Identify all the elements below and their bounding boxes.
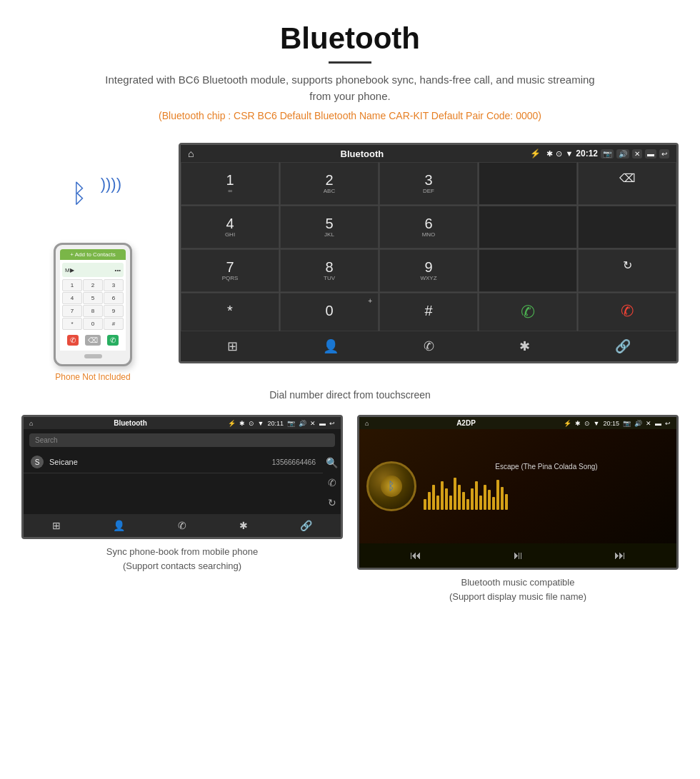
pb-home-icon[interactable]: ⌂ xyxy=(29,420,33,427)
music-full-icon[interactable]: ▬ xyxy=(655,420,661,427)
description-text: Integrated with BC6 Bluetooth module, su… xyxy=(100,72,600,104)
dial-key-hash[interactable]: # xyxy=(379,293,478,331)
music-back-icon[interactable]: ↩ xyxy=(665,420,671,427)
music-screen-item: ⌂ A2DP ⚡ ✱ ⊙ ▼ 20:15 📷 🔊 ✕ ▬ ↩ ᛒ xyxy=(357,415,679,603)
music-next-button[interactable]: ⏭ xyxy=(614,549,626,562)
hu-usb-icon: ⚡ xyxy=(530,149,541,159)
phone-home-button[interactable] xyxy=(84,354,102,358)
music-sig-icon: ▼ xyxy=(594,420,600,427)
music-bar-17 xyxy=(492,497,495,510)
pb-x-icon[interactable]: ✕ xyxy=(310,420,316,427)
pb-back-icon[interactable]: ↩ xyxy=(329,420,335,427)
dial-key-5[interactable]: 5JKL xyxy=(280,206,379,248)
music-vol-icon[interactable]: 🔊 xyxy=(634,420,642,427)
music-prev-button[interactable]: ⏮ xyxy=(410,549,421,562)
music-play-pause-button[interactable]: ⏯ xyxy=(512,549,524,562)
dial-call-green-button[interactable]: ✆ xyxy=(479,293,577,331)
phone-key-9[interactable]: 9 xyxy=(104,305,124,317)
dial-key-empty-4 xyxy=(479,249,577,292)
phone-key-2[interactable]: 2 xyxy=(83,279,103,291)
hu-nav-calls-icon[interactable]: ✆ xyxy=(424,338,434,354)
pb-nav-link-icon[interactable]: 🔗 xyxy=(300,520,312,531)
pb-nav-dialpad-icon[interactable]: ⊞ xyxy=(52,520,61,531)
phone-key-6[interactable]: 6 xyxy=(104,292,124,304)
pb-contact-number: 13566664466 xyxy=(272,458,316,466)
music-bar-7 xyxy=(449,496,452,510)
pb-contact-row[interactable]: S Seicane 13566664466 xyxy=(24,451,323,473)
phone-key-3[interactable]: 3 xyxy=(104,279,124,291)
hu-close-icon[interactable]: ✕ xyxy=(632,149,642,159)
dial-key-7[interactable]: 7PQRS xyxy=(181,249,279,292)
music-mini-screen: ⌂ A2DP ⚡ ✱ ⊙ ▼ 20:15 📷 🔊 ✕ ▬ ↩ ᛒ xyxy=(357,415,679,570)
hu-volume-icon[interactable]: 🔊 xyxy=(616,149,629,159)
hu-nav-bluetooth-icon[interactable]: ✱ xyxy=(519,338,530,354)
pb-search-bar[interactable]: Search xyxy=(29,433,335,447)
dial-key-3[interactable]: 3DEF xyxy=(379,162,478,205)
dial-key-6[interactable]: 6MNO xyxy=(379,206,478,248)
phone-key-5[interactable]: 5 xyxy=(83,292,103,304)
hu-fullscreen-icon[interactable]: ▬ xyxy=(645,149,656,159)
dial-end-red-button[interactable]: ✆ xyxy=(578,293,676,331)
hu-nav-contacts-icon[interactable]: 👤 xyxy=(323,338,339,354)
hu-nav-link-icon[interactable]: 🔗 xyxy=(615,338,631,354)
bottom-screens-area: ⌂ Bluetooth ⚡ ✱ ⊙ ▼ 20:11 📷 🔊 ✕ ▬ ↩ Sear… xyxy=(0,415,700,618)
hu-home-icon[interactable]: ⌂ xyxy=(188,148,194,159)
pb-nav-bt-icon[interactable]: ✱ xyxy=(239,520,248,531)
music-time: 20:15 xyxy=(603,420,619,427)
music-bar-2 xyxy=(428,492,431,510)
music-screen-title: A2DP xyxy=(372,419,559,427)
music-bt-symbol-icon: ᛒ xyxy=(388,480,395,493)
music-bar-11 xyxy=(466,499,469,510)
phone-bottom-bar: ✆ ⌫ ✆ xyxy=(62,333,124,348)
dial-key-star[interactable]: * xyxy=(181,293,279,331)
pb-cam-icon[interactable]: 📷 xyxy=(287,420,295,427)
dial-backspace-button[interactable]: ⌫ xyxy=(578,162,676,205)
hu-nav-dialpad-icon[interactable]: ⊞ xyxy=(227,338,238,354)
dialpad-grid: 1∞ 2ABC 3DEF ⌫ 4GHI 5JKL 6MNO 7PQRS 8TUV… xyxy=(181,162,676,331)
phone-call-button[interactable]: ✆ xyxy=(107,335,119,346)
music-caption-sub: (Support display music file name) xyxy=(449,591,586,602)
dial-key-1[interactable]: 1∞ xyxy=(181,162,279,205)
music-main-area: ᛒ Escape (The Pina Colada Song) xyxy=(359,429,676,543)
music-bar-9 xyxy=(458,485,461,510)
dial-key-4[interactable]: 4GHI xyxy=(181,206,279,248)
dial-refresh-button[interactable]: ↻ xyxy=(578,249,676,292)
hu-camera-icon[interactable]: 📷 xyxy=(601,149,614,159)
phone-key-4[interactable]: 4 xyxy=(62,292,82,304)
dial-key-0[interactable]: 0+ xyxy=(280,293,379,331)
hu-back-icon[interactable]: ↩ xyxy=(659,149,669,159)
music-bar-10 xyxy=(462,492,465,510)
phone-key-8[interactable]: 8 xyxy=(83,305,103,317)
pb-search-icon[interactable]: 🔍 xyxy=(326,457,338,468)
phone-not-included-label: Phone Not Included xyxy=(55,372,130,382)
pb-vol-icon[interactable]: 🔊 xyxy=(299,420,306,427)
pb-nav-contacts-icon[interactable]: 👤 xyxy=(113,520,125,531)
pb-search-placeholder: Search xyxy=(35,436,58,444)
music-bar-18 xyxy=(496,480,499,510)
phone-key-hash[interactable]: # xyxy=(104,318,124,330)
phone-key-star[interactable]: * xyxy=(62,318,82,330)
hu-right-icons: ✱ ⊙ ▼ 20:12 📷 🔊 ✕ ▬ ↩ xyxy=(546,149,669,159)
music-home-icon[interactable]: ⌂ xyxy=(365,420,369,427)
pb-screen-title: Bluetooth xyxy=(36,419,224,427)
phone-key-7[interactable]: 7 xyxy=(62,305,82,317)
phone-end-button[interactable]: ✆ xyxy=(67,335,79,346)
dial-key-2[interactable]: 2ABC xyxy=(280,162,379,205)
music-bar-19 xyxy=(501,487,504,510)
hu-time: 20:12 xyxy=(576,149,598,159)
music-controls: ⏮ ⏯ ⏭ xyxy=(359,543,676,568)
music-x-icon[interactable]: ✕ xyxy=(646,420,651,427)
pb-nav-calls-icon[interactable]: ✆ xyxy=(178,520,186,531)
music-bar-1 xyxy=(424,499,426,510)
pb-call-icon[interactable]: ✆ xyxy=(328,477,336,488)
dial-key-9[interactable]: 9WXYZ xyxy=(379,249,478,292)
pb-full-icon[interactable]: ▬ xyxy=(319,420,326,427)
phonebook-caption-sub: (Support contacts searching) xyxy=(123,561,241,571)
signal-waves-icon: )))) xyxy=(101,175,121,194)
phone-del-button[interactable]: ⌫ xyxy=(85,335,101,346)
phone-key-0[interactable]: 0 xyxy=(83,318,103,330)
dial-key-8[interactable]: 8TUV xyxy=(280,249,379,292)
music-cam-icon[interactable]: 📷 xyxy=(623,420,631,427)
phone-key-1[interactable]: 1 xyxy=(62,279,82,291)
pb-refresh-icon[interactable]: ↻ xyxy=(328,497,336,508)
